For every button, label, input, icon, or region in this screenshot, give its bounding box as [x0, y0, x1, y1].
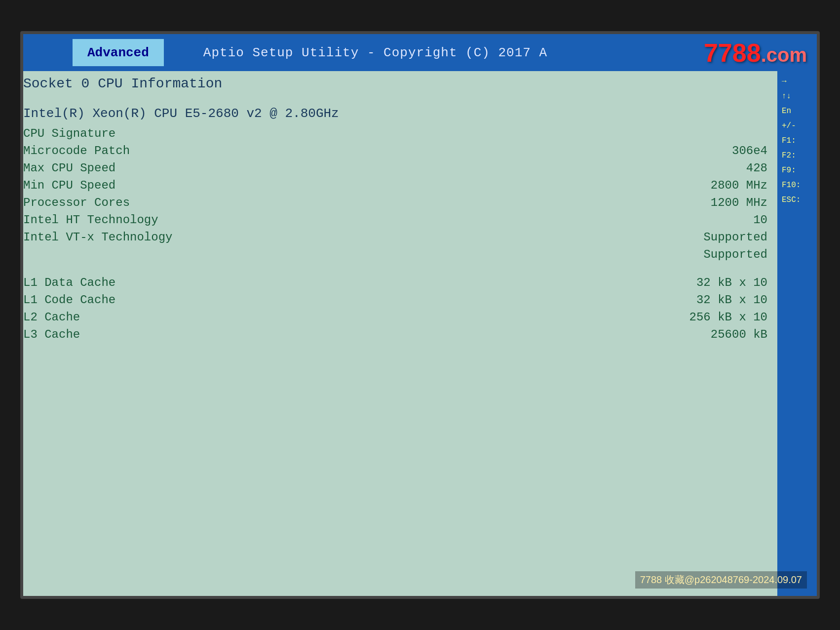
table-row: L1 Data Cache 32 kB x 10: [23, 276, 767, 289]
info-value: Supported: [211, 231, 767, 244]
bottom-stamp: 7788 收藏@p262048769-2024.09.07: [635, 571, 807, 589]
info-value: 256 kB x 10: [211, 311, 767, 324]
info-value: 32 kB x 10: [211, 276, 767, 289]
info-value: Supported: [211, 248, 767, 261]
info-label: L1 Code Cache: [23, 293, 211, 307]
sidebar-key-enter: En: [780, 106, 814, 117]
table-row: Intel VT-x Technology Supported: [23, 231, 767, 244]
info-value: 2800 MHz: [211, 179, 767, 192]
cpu-name: Intel(R) Xeon(R) CPU E5-2680 v2 @ 2.80GH…: [23, 106, 767, 121]
table-row: Microcode Patch 306e4: [23, 144, 767, 158]
sidebar-key-plusminus: +/-: [780, 120, 814, 131]
screen-wrapper: 7788.com Advanced Aptio Setup Utility - …: [20, 31, 820, 599]
table-row: L2 Cache 256 kB x 10: [23, 311, 767, 324]
info-label: Max CPU Speed: [23, 161, 211, 175]
info-label: Intel HT Technology: [23, 213, 211, 227]
info-label: L2 Cache: [23, 311, 211, 324]
table-row: Processor Cores 1200 MHz: [23, 196, 767, 209]
sidebar-key-arrow: →: [780, 76, 814, 87]
info-label: Min CPU Speed: [23, 179, 211, 192]
info-label: Processor Cores: [23, 196, 211, 209]
info-value: 32 kB x 10: [211, 293, 767, 307]
sidebar-key-esc: ESC:: [780, 195, 814, 205]
info-panel: Socket 0 CPU Information Intel(R) Xeon(R…: [23, 71, 777, 596]
info-label: Intel VT-x Technology: [23, 231, 211, 244]
info-value: 25600 kB: [211, 328, 767, 341]
sidebar-key-updown: ↑↓: [780, 91, 814, 102]
info-label: CPU Signature: [23, 127, 211, 140]
table-row: L1 Code Cache 32 kB x 10: [23, 293, 767, 307]
table-row: Intel HT Technology 10: [23, 213, 767, 227]
header-bar: Advanced Aptio Setup Utility - Copyright…: [23, 34, 817, 71]
cache-section: L1 Data Cache 32 kB x 10 L1 Code Cache 3…: [23, 276, 767, 341]
right-sidebar: → ↑↓ En +/- F1: F2: F9: F10: ESC:: [777, 71, 817, 596]
info-value: 306e4: [211, 144, 767, 158]
table-row: L3 Cache 25600 kB: [23, 328, 767, 341]
info-label: Microcode Patch: [23, 144, 211, 158]
info-label: L3 Cache: [23, 328, 211, 341]
info-value: 10: [211, 213, 767, 227]
info-value: 428: [211, 161, 767, 175]
sidebar-key-f2: F2:: [780, 150, 814, 161]
table-row: Min CPU Speed 2800 MHz: [23, 179, 767, 192]
watermark: 7788.com: [704, 38, 807, 68]
tab-advanced[interactable]: Advanced: [73, 39, 164, 66]
sidebar-key-f1: F1:: [780, 135, 814, 146]
header-title: Aptio Setup Utility - Copyright (C) 2017…: [203, 45, 547, 60]
table-row: Supported: [23, 248, 767, 261]
info-label: L1 Data Cache: [23, 276, 211, 289]
table-row: CPU Signature: [23, 127, 767, 140]
bios-screen: 7788.com Advanced Aptio Setup Utility - …: [23, 34, 817, 596]
sidebar-key-f10: F10:: [780, 180, 814, 191]
sidebar-key-f9: F9:: [780, 165, 814, 176]
info-value: 1200 MHz: [211, 196, 767, 209]
section-title: Socket 0 CPU Information: [23, 76, 767, 91]
table-row: Max CPU Speed 428: [23, 161, 767, 175]
